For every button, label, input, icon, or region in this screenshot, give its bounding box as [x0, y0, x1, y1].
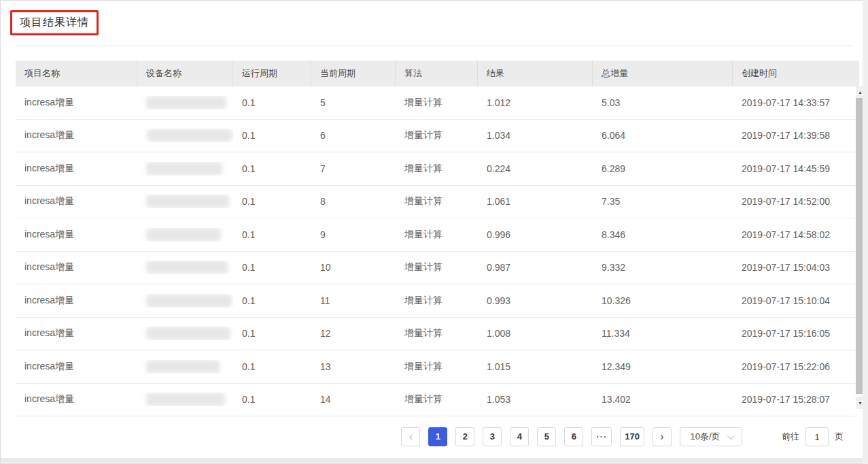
- cell-result: 1.015: [478, 361, 593, 372]
- column-header-current_cycle: 当前周期: [311, 61, 396, 86]
- chevron-down-icon: [727, 433, 733, 440]
- cell-algorithm: 增量计算: [396, 97, 478, 109]
- cell-device: [137, 96, 233, 110]
- cell-run_cycle: 0.1: [233, 97, 311, 108]
- goto-suffix-label: 页: [835, 431, 844, 443]
- cell-created_at: 2019-07-17 15:10:04: [733, 295, 859, 306]
- redacted-device-name: [146, 228, 221, 242]
- table-row: incresa增量0.114增量计算1.05313.4022019-07-17 …: [16, 384, 859, 417]
- redacted-device-name: [146, 261, 228, 274]
- page-size-label: 10条/页: [690, 431, 720, 443]
- redacted-device-name: [146, 96, 226, 110]
- cell-algorithm: 增量计算: [396, 261, 478, 274]
- cell-device: [137, 360, 233, 374]
- cell-created_at: 2019-07-17 14:33:57: [733, 97, 859, 108]
- cell-total_increment: 10.326: [593, 295, 733, 306]
- page-button-1[interactable]: 1: [428, 427, 447, 446]
- cell-total_increment: 13.402: [593, 394, 733, 405]
- column-header-device: 设备名称: [137, 61, 233, 86]
- cell-total_increment: 8.346: [593, 229, 733, 240]
- cell-project: incresa增量: [16, 295, 137, 307]
- cell-project: incresa增量: [16, 361, 137, 373]
- redacted-device-name: [146, 294, 232, 308]
- page-button-170[interactable]: 170: [620, 427, 644, 446]
- cell-total_increment: 9.332: [593, 262, 733, 273]
- cell-total_increment: 7.35: [593, 196, 733, 207]
- column-header-total_increment: 总增量: [593, 61, 733, 86]
- cell-device: [137, 195, 233, 208]
- page-size-select[interactable]: 10条/页: [680, 427, 742, 446]
- pagination-next-button[interactable]: ›: [653, 427, 672, 446]
- column-header-result: 结果: [478, 61, 593, 86]
- cell-result: 1.053: [478, 394, 593, 405]
- cell-created_at: 2019-07-17 14:58:02: [733, 229, 859, 240]
- page-title: 项目结果详情: [20, 16, 89, 30]
- page-button-2[interactable]: 2: [455, 427, 474, 446]
- cell-total_increment: 11.334: [593, 328, 733, 339]
- cell-created_at: 2019-07-17 14:52:00: [733, 196, 859, 207]
- cell-run_cycle: 0.1: [233, 328, 311, 339]
- cell-run_cycle: 0.1: [233, 262, 311, 273]
- table-row: incresa增量0.112增量计算1.00811.3342019-07-17 …: [16, 318, 859, 351]
- cell-project: incresa增量: [16, 97, 137, 109]
- cell-current_cycle: 12: [311, 328, 396, 339]
- column-header-project: 项目名称: [16, 61, 137, 86]
- cell-current_cycle: 10: [311, 262, 396, 273]
- table-row: incresa增量0.17增量计算0.2246.2892019-07-17 14…: [16, 152, 859, 186]
- cell-run_cycle: 0.1: [233, 229, 311, 240]
- cell-algorithm: 增量计算: [396, 229, 478, 241]
- cell-result: 1.008: [478, 328, 593, 339]
- cell-total_increment: 12.349: [593, 361, 733, 372]
- results-table: 项目名称设备名称运行周期当前周期算法结果总增量创建时间 incresa增量0.1…: [16, 61, 859, 416]
- page-ellipsis-button[interactable]: ···: [591, 427, 612, 446]
- cell-result: 0.996: [478, 229, 593, 240]
- page: 项目结果详情 项目名称设备名称运行周期当前周期算法结果总增量创建时间 incre…: [0, 0, 868, 464]
- cell-result: 0.993: [478, 295, 593, 306]
- cell-run_cycle: 0.1: [233, 163, 311, 174]
- cell-created_at: 2019-07-17 14:39:58: [733, 130, 859, 141]
- cell-total_increment: 6.289: [593, 163, 733, 174]
- cell-run_cycle: 0.1: [233, 394, 311, 405]
- cell-result: 0.224: [478, 163, 593, 174]
- redacted-device-name: [146, 195, 229, 208]
- cell-run_cycle: 0.1: [233, 196, 311, 207]
- cell-current_cycle: 5: [311, 97, 396, 108]
- page-vertical-scrollbar[interactable]: [863, 0, 868, 464]
- pagination-pages: 123456···170: [428, 427, 644, 446]
- redacted-device-name: [146, 327, 230, 340]
- pagination: ‹ 123456···170 › 10条/页 前往 页: [401, 427, 844, 446]
- redacted-device-name: [146, 360, 220, 374]
- cell-total_increment: 6.064: [593, 130, 733, 141]
- goto-page: 前往 页: [782, 427, 844, 446]
- table-row: incresa增量0.113增量计算1.01512.3492019-07-17 …: [16, 350, 859, 384]
- cell-run_cycle: 0.1: [233, 361, 311, 372]
- page-button-4[interactable]: 4: [510, 427, 529, 446]
- cell-current_cycle: 9: [311, 229, 396, 240]
- page-button-3[interactable]: 3: [483, 427, 502, 446]
- cell-algorithm: 增量计算: [396, 393, 478, 405]
- cell-project: incresa增量: [16, 261, 137, 274]
- cell-project: incresa增量: [16, 229, 137, 241]
- page-button-6[interactable]: 6: [564, 427, 583, 446]
- column-header-algorithm: 算法: [396, 61, 478, 86]
- cell-result: 1.061: [478, 196, 593, 207]
- column-header-run_cycle: 运行周期: [233, 61, 311, 86]
- goto-prefix-label: 前往: [782, 431, 799, 443]
- cell-device: [137, 327, 233, 340]
- table-body: incresa增量0.15增量计算1.0125.032019-07-17 14:…: [16, 86, 859, 416]
- cell-algorithm: 增量计算: [396, 129, 478, 142]
- pagination-prev-button[interactable]: ‹: [401, 427, 420, 446]
- table-row: incresa增量0.19增量计算0.9968.3462019-07-17 14…: [16, 218, 859, 252]
- redacted-device-name: [146, 393, 225, 406]
- cell-current_cycle: 8: [311, 196, 396, 207]
- page-horizontal-scrollbar[interactable]: [1, 458, 863, 463]
- cell-current_cycle: 7: [311, 163, 396, 174]
- divider: [16, 46, 852, 46]
- goto-page-input[interactable]: [805, 427, 829, 446]
- table-row: incresa增量0.111增量计算0.99310.3262019-07-17 …: [16, 284, 859, 318]
- cell-project: incresa增量: [16, 195, 137, 208]
- page-button-5[interactable]: 5: [537, 427, 556, 446]
- cell-device: [137, 162, 233, 176]
- redacted-device-name: [146, 162, 222, 176]
- table-header-row: 项目名称设备名称运行周期当前周期算法结果总增量创建时间: [16, 61, 859, 86]
